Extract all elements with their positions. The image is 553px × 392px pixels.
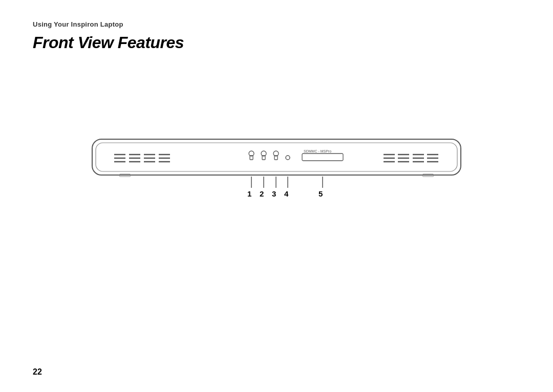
- svg-text:2: 2: [260, 189, 264, 198]
- page-container: Using Your Inspiron Laptop Front View Fe…: [0, 0, 553, 392]
- svg-text:4: 4: [284, 189, 289, 198]
- laptop-front-svg: SDMMC - MSPro 1 2 3 4 5: [84, 134, 469, 201]
- svg-text:1: 1: [247, 189, 251, 198]
- svg-rect-1: [96, 143, 457, 171]
- section-label: Using Your Inspiron Laptop: [33, 20, 520, 28]
- svg-text:3: 3: [272, 189, 276, 198]
- page-number: 22: [33, 367, 42, 377]
- page-title-text: Front View Features: [33, 33, 184, 52]
- svg-text:5: 5: [318, 189, 323, 198]
- page-title: Front View Features: [33, 33, 520, 52]
- laptop-front-diagram: SDMMC - MSPro 1 2 3 4 5: [84, 134, 469, 203]
- diagram-area: SDMMC - MSPro 1 2 3 4 5: [33, 134, 520, 203]
- svg-text:SDMMC - MSPro: SDMMC - MSPro: [304, 149, 331, 153]
